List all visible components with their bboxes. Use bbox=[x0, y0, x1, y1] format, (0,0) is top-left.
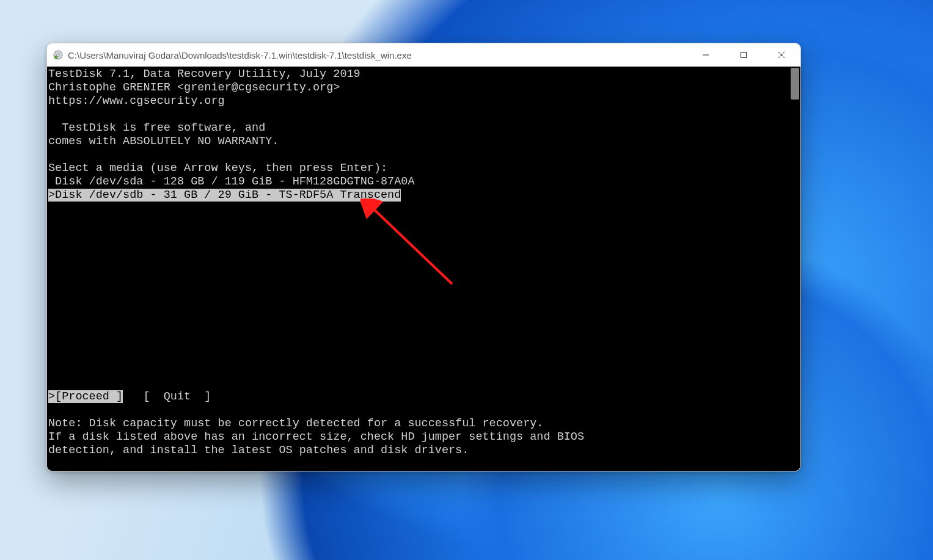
scrollbar-thumb[interactable] bbox=[791, 68, 799, 100]
terminal-area[interactable]: TestDisk 7.1, Data Recovery Utility, Jul… bbox=[47, 67, 800, 471]
app-icon bbox=[53, 50, 63, 60]
svg-point-1 bbox=[57, 54, 59, 56]
console-window: C:\Users\Manuviraj Godara\Downloads\test… bbox=[46, 43, 801, 471]
window-titlebar[interactable]: C:\Users\Manuviraj Godara\Downloads\test… bbox=[47, 43, 800, 67]
scrollbar-track[interactable] bbox=[789, 67, 800, 471]
svg-point-2 bbox=[54, 56, 57, 59]
maximize-button[interactable] bbox=[725, 43, 763, 67]
terminal-output[interactable]: TestDisk 7.1, Data Recovery Utility, Jul… bbox=[47, 67, 789, 471]
svg-rect-4 bbox=[741, 53, 747, 58]
window-title: C:\Users\Manuviraj Godara\Downloads\test… bbox=[68, 50, 687, 60]
close-button[interactable] bbox=[763, 43, 800, 67]
window-controls bbox=[687, 43, 800, 67]
minimize-button[interactable] bbox=[687, 43, 725, 67]
